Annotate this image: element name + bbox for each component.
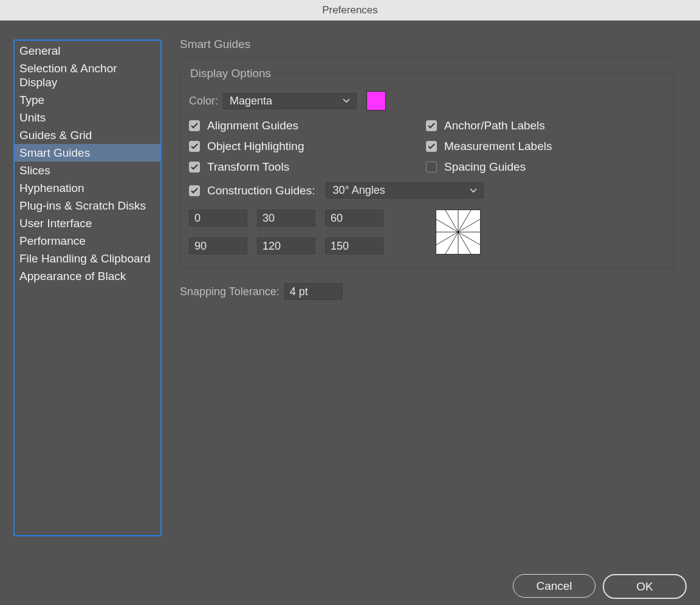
construction-guides-label: Construction Guides:: [207, 184, 315, 197]
angle-input-2[interactable]: 60: [325, 210, 383, 227]
transform-tools-label: Transform Tools: [207, 160, 289, 174]
angle-input-0[interactable]: 0: [189, 210, 247, 227]
angle-input-4[interactable]: 120: [257, 238, 315, 255]
construction-guides-dropdown-value: 30° Angles: [332, 184, 385, 197]
measurement-labels-checkbox[interactable]: [426, 141, 437, 152]
sidebar-item-ui[interactable]: User Interface: [15, 214, 160, 232]
alignment-guides-checkbox[interactable]: [189, 120, 200, 131]
angle-input-3[interactable]: 90: [189, 238, 247, 255]
construction-guides-dropdown[interactable]: 30° Angles: [326, 182, 484, 199]
preferences-sidebar: General Selection & Anchor Display Type …: [13, 39, 162, 536]
ok-button[interactable]: OK: [603, 574, 687, 599]
sidebar-item-units[interactable]: Units: [15, 109, 160, 126]
window-title: Preferences: [322, 4, 378, 16]
construction-guides-checkbox[interactable]: [189, 185, 200, 196]
display-options-group: Display Options Color: Magenta: [180, 73, 674, 268]
chevron-down-icon: [343, 98, 350, 103]
window-titlebar: Preferences: [0, 0, 700, 21]
angle-input-5[interactable]: 150: [325, 238, 383, 255]
sidebar-item-appearance-black[interactable]: Appearance of Black: [15, 267, 160, 285]
alignment-guides-label: Alignment Guides: [207, 119, 298, 132]
snapping-tolerance-label: Snapping Tolerance:: [180, 285, 280, 298]
sidebar-item-type[interactable]: Type: [15, 91, 160, 109]
cancel-button[interactable]: Cancel: [513, 574, 595, 598]
snapping-tolerance-input[interactable]: 4 pt: [284, 283, 343, 300]
display-options-legend: Display Options: [188, 67, 273, 80]
sidebar-item-guides-grid[interactable]: Guides & Grid: [15, 126, 160, 144]
object-highlighting-label: Object Highlighting: [207, 140, 304, 153]
sidebar-item-performance[interactable]: Performance: [15, 232, 160, 250]
sidebar-item-plugins[interactable]: Plug-ins & Scratch Disks: [15, 197, 160, 214]
angle-input-1[interactable]: 30: [257, 210, 315, 227]
anchor-path-labels-checkbox[interactable]: [426, 120, 437, 131]
anchor-path-labels-label: Anchor/Path Labels: [444, 119, 545, 132]
spacing-guides-checkbox[interactable]: [426, 162, 437, 173]
sidebar-item-general[interactable]: General: [15, 42, 160, 60]
chevron-down-icon: [470, 188, 477, 193]
page-title: Smart Guides: [180, 38, 674, 56]
color-swatch[interactable]: [366, 91, 386, 111]
sidebar-item-slices[interactable]: Slices: [15, 162, 160, 179]
color-label: Color:: [189, 95, 218, 108]
sidebar-item-file-handling[interactable]: File Handling & Clipboard: [15, 250, 160, 267]
sidebar-item-smart-guides[interactable]: Smart Guides: [15, 144, 160, 162]
angle-preview-icon: [436, 210, 481, 255]
color-dropdown-value: Magenta: [230, 95, 272, 108]
sidebar-item-selection[interactable]: Selection & Anchor Display: [15, 60, 160, 91]
sidebar-item-hyphenation[interactable]: Hyphenation: [15, 179, 160, 197]
object-highlighting-checkbox[interactable]: [189, 141, 200, 152]
color-dropdown[interactable]: Magenta: [223, 93, 357, 109]
transform-tools-checkbox[interactable]: [189, 162, 200, 173]
spacing-guides-label: Spacing Guides: [444, 160, 526, 174]
measurement-labels-label: Measurement Labels: [444, 140, 552, 153]
